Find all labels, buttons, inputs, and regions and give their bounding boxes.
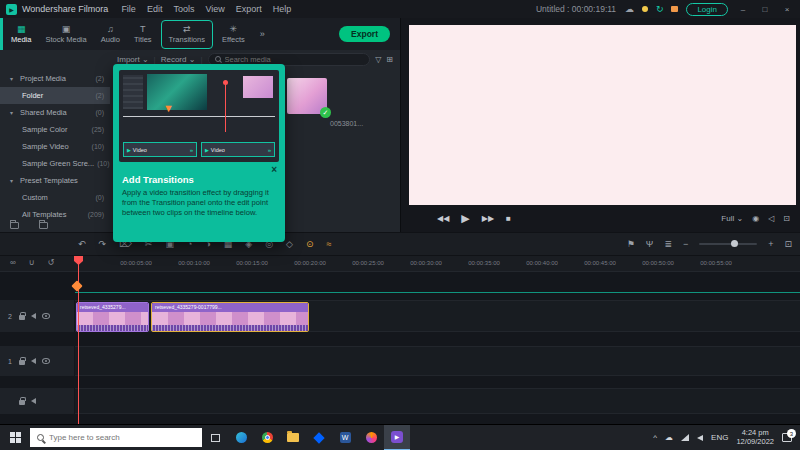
menu-export[interactable]: Export bbox=[236, 4, 262, 14]
lock-icon[interactable] bbox=[19, 315, 25, 320]
sidebar-item-preset-templates[interactable]: ▾ Preset Templates bbox=[0, 172, 110, 189]
start-button[interactable] bbox=[0, 425, 30, 450]
language-indicator[interactable]: ENG bbox=[711, 433, 728, 442]
fullscreen-icon[interactable]: ⊡ bbox=[783, 214, 790, 223]
lock-icon[interactable] bbox=[19, 360, 25, 365]
previous-frame-button[interactable]: ◀◀ bbox=[437, 214, 449, 223]
taskbar-search-input[interactable] bbox=[49, 433, 195, 442]
cloud-icon[interactable]: ☁ bbox=[625, 4, 634, 14]
track-lane[interactable] bbox=[75, 388, 800, 414]
sidebar-item-all-templates[interactable]: All Templates (209) bbox=[0, 206, 110, 223]
next-frame-button[interactable]: ▶▶ bbox=[482, 214, 494, 223]
maximize-button[interactable]: □ bbox=[758, 5, 772, 14]
media-thumbnail[interactable]: ✓ bbox=[287, 78, 327, 114]
more-tabs-chevron-icon[interactable]: » bbox=[260, 29, 265, 39]
tips-bulb-icon[interactable] bbox=[642, 6, 648, 12]
dropbox-taskbar-button[interactable] bbox=[306, 425, 332, 450]
word-taskbar-button[interactable]: W bbox=[332, 425, 358, 450]
timeline-ruler[interactable]: 00:00:05:00 00:00:10:00 00:00:15:00 00:0… bbox=[0, 256, 800, 272]
marker-icon[interactable]: ⚑ bbox=[627, 239, 635, 249]
caret-icon[interactable]: ▾ bbox=[10, 177, 17, 184]
onedrive-cloud-icon[interactable]: ☁ bbox=[665, 433, 673, 442]
menu-file[interactable]: File bbox=[121, 4, 136, 14]
tab-media[interactable]: ▦ Media bbox=[4, 18, 38, 50]
notification-center-icon[interactable]: 3 bbox=[782, 433, 792, 442]
close-button[interactable]: × bbox=[780, 5, 794, 14]
keyframe-icon[interactable]: ◇ bbox=[286, 239, 293, 249]
track-lane[interactable]: retseved_4335279... retseved_4335279-001… bbox=[75, 300, 800, 332]
tray-chevron-icon[interactable]: ^ bbox=[653, 433, 657, 442]
filter-icon[interactable]: ▽ bbox=[375, 55, 381, 64]
hide-track-icon[interactable] bbox=[42, 313, 50, 319]
track-header[interactable]: 2 bbox=[0, 300, 75, 332]
store-cart-icon[interactable] bbox=[671, 6, 678, 12]
login-button[interactable]: Login bbox=[686, 3, 728, 16]
tab-effects[interactable]: ✳ Effects bbox=[215, 18, 252, 50]
playhead[interactable] bbox=[78, 256, 79, 424]
fit-dropdown[interactable]: Full ⌄ bbox=[721, 214, 743, 223]
track-header[interactable] bbox=[0, 388, 75, 414]
zoom-fit-icon[interactable]: ⊡ bbox=[784, 239, 792, 249]
tab-audio[interactable]: ♫ Audio bbox=[94, 18, 127, 50]
mute-icon[interactable] bbox=[31, 358, 36, 364]
network-icon[interactable] bbox=[681, 434, 689, 441]
sidebar-item-shared-media[interactable]: ▾ Shared Media (0) bbox=[0, 104, 110, 121]
play-button[interactable]: ▶ bbox=[461, 212, 469, 225]
stop-button[interactable]: ■ bbox=[506, 214, 511, 223]
snapshot-icon[interactable]: ◉ bbox=[752, 214, 759, 223]
task-view-button[interactable] bbox=[202, 425, 228, 450]
menu-edit[interactable]: Edit bbox=[147, 4, 163, 14]
minimize-button[interactable]: – bbox=[736, 5, 750, 14]
edge-taskbar-button[interactable] bbox=[228, 425, 254, 450]
new-folder-icon[interactable] bbox=[10, 222, 19, 229]
mixer-icon[interactable]: ≣ bbox=[664, 239, 672, 249]
delete-folder-icon[interactable] bbox=[39, 222, 48, 229]
grid-view-icon[interactable]: ⊞ bbox=[386, 55, 393, 64]
sidebar-item-sample-color[interactable]: Sample Color (25) bbox=[0, 121, 110, 138]
caret-icon[interactable]: ▾ bbox=[10, 75, 17, 82]
track-header[interactable]: 1 bbox=[0, 346, 75, 376]
explorer-taskbar-button[interactable] bbox=[280, 425, 306, 450]
magnet-icon[interactable]: ∪ bbox=[29, 258, 35, 267]
media-search-input[interactable] bbox=[225, 55, 364, 64]
tab-stock-media[interactable]: ▣ Stock Media bbox=[38, 18, 93, 50]
audio-stretch-icon[interactable]: ⊙ bbox=[306, 239, 314, 249]
track-lane[interactable] bbox=[75, 346, 800, 376]
zoom-slider[interactable] bbox=[699, 243, 757, 245]
undo-icon[interactable]: ↶ bbox=[78, 239, 86, 249]
hide-track-icon[interactable] bbox=[42, 358, 50, 364]
timeline-clip-1[interactable]: retseved_4335279... bbox=[76, 302, 149, 332]
taskbar-clock[interactable]: 4:24 pm 12/09/2022 bbox=[736, 429, 774, 446]
timeline-clip-2-selected[interactable]: retseved_4335279-0017799... bbox=[151, 302, 309, 332]
audio-denoise-icon[interactable]: ≈ bbox=[327, 239, 332, 249]
sidebar-item-project-media[interactable]: ▾ Project Media (2) bbox=[0, 70, 110, 87]
zoom-in-icon[interactable]: + bbox=[768, 239, 773, 249]
zoom-out-icon[interactable]: − bbox=[683, 239, 688, 249]
voiceover-icon[interactable]: Ψ bbox=[646, 239, 654, 249]
menu-tools[interactable]: Tools bbox=[173, 4, 194, 14]
volume-icon[interactable]: ◁ bbox=[768, 214, 774, 223]
caret-icon[interactable]: ▾ bbox=[10, 109, 17, 116]
sidebar-item-sample-green-screen[interactable]: Sample Green Scre... (10) bbox=[0, 155, 110, 172]
zoom-slider-knob[interactable] bbox=[731, 240, 738, 247]
import-dropdown[interactable]: Import ⌄ bbox=[117, 55, 149, 64]
filmora-taskbar-button[interactable]: ▶ bbox=[384, 425, 410, 450]
menu-view[interactable]: View bbox=[205, 4, 224, 14]
browser-taskbar-button[interactable] bbox=[358, 425, 384, 450]
chrome-taskbar-button[interactable] bbox=[254, 425, 280, 450]
sidebar-item-sample-video[interactable]: Sample Video (10) bbox=[0, 138, 110, 155]
sync-icon[interactable]: ↻ bbox=[656, 4, 664, 14]
lock-icon[interactable] bbox=[19, 400, 25, 405]
sidebar-item-folder[interactable]: Folder (2) bbox=[0, 87, 110, 104]
mute-icon[interactable] bbox=[31, 398, 36, 404]
mute-icon[interactable] bbox=[31, 313, 36, 319]
tooltip-close-icon[interactable]: × bbox=[271, 164, 277, 175]
menu-help[interactable]: Help bbox=[273, 4, 292, 14]
tab-transitions[interactable]: ⇄ Transitions bbox=[161, 20, 213, 49]
sidebar-item-custom[interactable]: Custom (0) bbox=[0, 189, 110, 206]
record-dropdown[interactable]: Record ⌄ bbox=[161, 55, 196, 64]
tab-titles[interactable]: T Titles bbox=[127, 18, 159, 50]
snap-icon[interactable]: ↺ bbox=[48, 258, 55, 267]
taskbar-search-box[interactable] bbox=[30, 428, 202, 447]
export-button[interactable]: Export bbox=[339, 26, 390, 42]
